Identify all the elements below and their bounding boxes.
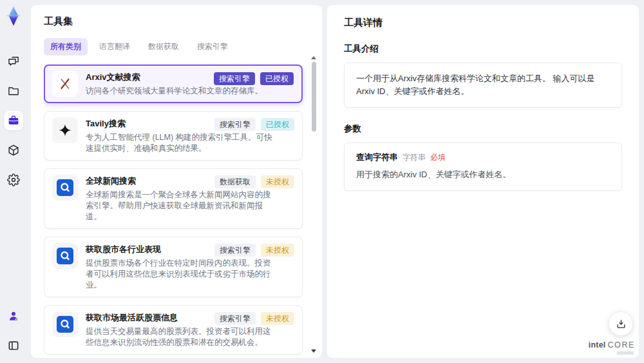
category-badge: 搜索引擎: [214, 118, 256, 131]
sidebar-item-user[interactable]: [4, 306, 23, 326]
tool-desc: 提供当天交易量最高的股票列表。投资者可以利用这些信息来识别流动性强的股票和潜在的…: [86, 326, 276, 348]
auth-status-badge: 未授权: [261, 175, 294, 188]
toolset-title: 工具集: [44, 15, 313, 28]
sidebar-item-settings[interactable]: [4, 170, 23, 190]
category-badge: 搜索引擎: [214, 312, 256, 325]
folder-icon: [7, 84, 20, 97]
tool-card[interactable]: 全球新闻搜索 全球新闻搜索是一个聚合全球各大新闻网站内容的搜索引擎。帮助用户快速…: [44, 168, 303, 229]
brand-core: CORE: [607, 340, 635, 349]
cube-icon: [7, 144, 20, 157]
tool-detail-panel: 工具详情 工具介绍 一个用于从Arxiv存储库搜索科学论文和文章的工具。 输入可…: [327, 5, 639, 358]
param-desc: 用于搜索的Arxiv ID、关键字或作者姓名。: [356, 168, 610, 181]
brand-intel: intel: [589, 340, 606, 349]
chat-icon: [7, 55, 20, 68]
tavily-icon: [52, 117, 78, 143]
qsearch-icon: [52, 311, 78, 337]
tool-list: Arxiv文献搜索 访问各个研究领域大量科学论文和文章的存储库。 搜索引擎 已授…: [44, 64, 313, 356]
intel-core-logo: intelCORE: [589, 341, 635, 355]
tool-badges: 搜索引擎 未授权: [214, 312, 294, 325]
download-button[interactable]: [609, 311, 633, 336]
params-heading: 参数: [344, 123, 622, 135]
toolbox-icon: [7, 114, 20, 127]
sidebar-item-chat[interactable]: [4, 52, 23, 71]
intro-heading: 工具介绍: [344, 43, 622, 55]
param-head: 查询字符串 字符串 必填: [356, 152, 610, 163]
category-tabs: 所有类别语言翻译数据获取搜索引擎: [44, 38, 313, 55]
user-icon: [7, 309, 20, 322]
sidebar-item-toolset[interactable]: [4, 111, 23, 130]
tool-badges: 搜索引擎 已授权: [214, 72, 294, 85]
category-badge: 数据获取: [214, 175, 256, 188]
tool-desc: 提供股票市场各个行业在特定时间段内的表现。投资者可以利用这些信息来识别表现优于或…: [86, 258, 276, 291]
qsearch-icon: [52, 243, 78, 269]
tool-intro-box: 一个用于从Arxiv存储库搜索科学论文和文章的工具。 输入可以是Arxiv ID…: [344, 63, 622, 108]
category-tab-label: 搜索引擎: [197, 42, 228, 51]
tool-badges: 数据获取 未授权: [214, 175, 294, 188]
scroll-up-arrow[interactable]: [311, 56, 316, 59]
tool-badges: 搜索引擎 已授权: [214, 118, 294, 131]
sidebar-item-plugins[interactable]: [4, 141, 23, 160]
download-icon: [615, 318, 627, 330]
auth-status-badge: 未授权: [261, 312, 294, 325]
category-tab-label: 语言翻译: [99, 42, 130, 51]
toolset-panel: 工具集 所有类别语言翻译数据获取搜索引擎 Arxiv文献搜索 访问各个研究领域大…: [31, 5, 322, 358]
tool-badges: 搜索引擎 未授权: [214, 244, 294, 257]
param-name: 查询字符串: [356, 152, 398, 163]
tool-card[interactable]: 获取股市各行业表现 提供股票市场各个行业在特定时间段内的表现。投资者可以利用这些…: [44, 237, 303, 297]
tool-card[interactable]: Arxiv文献搜索 访问各个研究领域大量科学论文和文章的存储库。 搜索引擎 已授…: [44, 64, 303, 103]
sidebar-item-files[interactable]: [4, 81, 23, 101]
tool-desc: 专为人工智能代理 (LLM) 构建的搜索引擎工具。可快速提供实时、准确和真实的结…: [86, 132, 276, 154]
qsearch-icon: [52, 175, 78, 201]
category-tab-label: 数据获取: [148, 42, 179, 51]
tool-card[interactable]: 获取市场最活跃股票信息 提供当天交易量最高的股票列表。投资者可以利用这些信息来识…: [44, 305, 303, 355]
sidebar-item-panel-toggle[interactable]: [4, 336, 23, 355]
gear-icon: [7, 173, 20, 186]
category-tab[interactable]: 搜索引擎: [191, 38, 234, 55]
category-tab[interactable]: 数据获取: [142, 38, 185, 55]
category-tab[interactable]: 所有类别: [44, 38, 88, 55]
detail-title: 工具详情: [344, 17, 622, 29]
app-logo-icon: [5, 6, 22, 26]
auth-status-badge: 未授权: [261, 244, 294, 257]
auth-status-badge: 已授权: [261, 118, 294, 131]
scrollbar-thumb[interactable]: [312, 62, 316, 132]
param-type: 字符串: [402, 152, 426, 163]
brand-sub-badge: [617, 351, 634, 355]
tool-desc: 访问各个研究领域大量科学论文和文章的存储库。: [86, 86, 276, 97]
param-box: 查询字符串 字符串 必填 用于搜索的Arxiv ID、关键字或作者姓名。: [344, 142, 622, 191]
panel-toggle-icon: [7, 339, 20, 352]
auth-status-badge: 已授权: [260, 72, 294, 85]
tool-desc: 全球新闻搜索是一个聚合全球各大新闻网站内容的搜索引擎。帮助用户快速获取全球最新资…: [86, 190, 276, 222]
arxiv-icon: [52, 71, 78, 97]
left-rail: [0, 0, 27, 363]
category-badge: 搜索引擎: [214, 244, 256, 257]
category-tab-label: 所有类别: [50, 42, 81, 51]
scroll-down-arrow[interactable]: [311, 349, 316, 353]
category-tab[interactable]: 语言翻译: [93, 38, 137, 55]
tool-card[interactable]: Tavily搜索 专为人工智能代理 (LLM) 构建的搜索引擎工具。可快速提供实…: [44, 111, 303, 161]
category-badge: 搜索引擎: [214, 72, 255, 85]
param-required-badge: 必填: [430, 152, 446, 163]
